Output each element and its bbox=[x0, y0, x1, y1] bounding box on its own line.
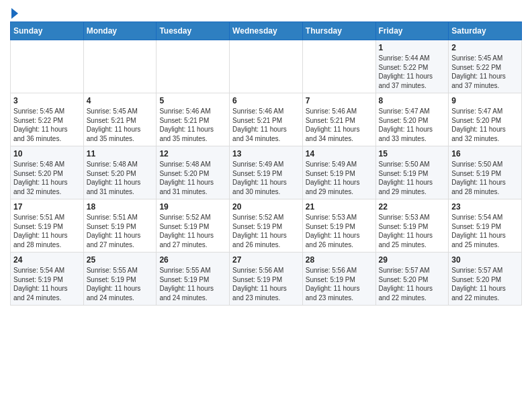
weekday-header-wednesday: Wednesday bbox=[230, 22, 303, 40]
day-number: 11 bbox=[87, 149, 154, 158]
calendar-day-cell: 11Sunrise: 5:48 AMSunset: 5:20 PMDayligh… bbox=[83, 146, 157, 199]
calendar-day-cell: 17Sunrise: 5:51 AMSunset: 5:19 PMDayligh… bbox=[11, 199, 84, 253]
day-number: 28 bbox=[306, 255, 373, 265]
day-info: Sunrise: 5:48 AMSunset: 5:20 PMDaylight:… bbox=[159, 160, 226, 196]
day-number: 22 bbox=[379, 202, 446, 212]
day-number: 27 bbox=[232, 255, 300, 265]
day-number: 18 bbox=[87, 202, 154, 212]
day-number: 24 bbox=[13, 255, 81, 265]
calendar-day-cell: 27Sunrise: 5:56 AMSunset: 5:19 PMDayligh… bbox=[230, 253, 303, 306]
day-number: 3 bbox=[13, 96, 81, 105]
calendar-week-row: 3Sunrise: 5:45 AMSunset: 5:22 PMDaylight… bbox=[11, 93, 522, 146]
day-number: 16 bbox=[451, 149, 519, 158]
weekday-header-tuesday: Tuesday bbox=[157, 22, 230, 40]
calendar-day-cell: 28Sunrise: 5:56 AMSunset: 5:19 PMDayligh… bbox=[302, 253, 375, 306]
calendar-day-cell bbox=[11, 40, 84, 93]
day-info: Sunrise: 5:46 AMSunset: 5:21 PMDaylight:… bbox=[232, 107, 300, 143]
day-number: 5 bbox=[159, 96, 226, 105]
day-info: Sunrise: 5:56 AMSunset: 5:19 PMDaylight:… bbox=[306, 266, 373, 302]
calendar-day-cell: 23Sunrise: 5:54 AMSunset: 5:19 PMDayligh… bbox=[449, 199, 522, 253]
day-info: Sunrise: 5:55 AMSunset: 5:19 PMDaylight:… bbox=[87, 266, 154, 302]
day-number: 7 bbox=[306, 96, 373, 105]
calendar-day-cell: 22Sunrise: 5:53 AMSunset: 5:19 PMDayligh… bbox=[375, 199, 449, 253]
calendar-day-cell bbox=[83, 40, 157, 93]
calendar-day-cell bbox=[302, 40, 375, 93]
calendar-day-cell: 21Sunrise: 5:53 AMSunset: 5:19 PMDayligh… bbox=[302, 199, 375, 253]
day-info: Sunrise: 5:45 AMSunset: 5:21 PMDaylight:… bbox=[87, 107, 154, 143]
day-number: 12 bbox=[159, 149, 226, 158]
day-info: Sunrise: 5:49 AMSunset: 5:19 PMDaylight:… bbox=[306, 160, 373, 196]
logo-arrow-icon bbox=[11, 8, 18, 19]
day-number: 4 bbox=[87, 96, 154, 105]
calendar-day-cell: 20Sunrise: 5:52 AMSunset: 5:19 PMDayligh… bbox=[230, 199, 303, 253]
calendar-day-cell: 24Sunrise: 5:54 AMSunset: 5:19 PMDayligh… bbox=[11, 253, 84, 306]
day-info: Sunrise: 5:57 AMSunset: 5:20 PMDaylight:… bbox=[451, 266, 519, 302]
calendar-day-cell bbox=[157, 40, 230, 93]
calendar-day-cell: 15Sunrise: 5:50 AMSunset: 5:19 PMDayligh… bbox=[375, 146, 449, 199]
calendar-day-cell bbox=[230, 40, 303, 93]
calendar-day-cell: 30Sunrise: 5:57 AMSunset: 5:20 PMDayligh… bbox=[449, 253, 522, 306]
day-number: 26 bbox=[159, 255, 226, 265]
day-number: 14 bbox=[306, 149, 373, 158]
calendar-day-cell: 12Sunrise: 5:48 AMSunset: 5:20 PMDayligh… bbox=[157, 146, 230, 199]
calendar-day-cell: 7Sunrise: 5:46 AMSunset: 5:21 PMDaylight… bbox=[302, 93, 375, 146]
day-info: Sunrise: 5:56 AMSunset: 5:19 PMDaylight:… bbox=[232, 266, 300, 302]
calendar-day-cell: 1Sunrise: 5:44 AMSunset: 5:22 PMDaylight… bbox=[375, 40, 449, 93]
day-number: 15 bbox=[379, 149, 446, 158]
day-number: 2 bbox=[451, 43, 519, 52]
calendar-day-cell: 8Sunrise: 5:47 AMSunset: 5:20 PMDaylight… bbox=[375, 93, 449, 146]
day-info: Sunrise: 5:52 AMSunset: 5:19 PMDaylight:… bbox=[232, 213, 300, 249]
weekday-header-sunday: Sunday bbox=[11, 22, 84, 40]
calendar-day-cell: 29Sunrise: 5:57 AMSunset: 5:20 PMDayligh… bbox=[375, 253, 449, 306]
day-number: 8 bbox=[379, 96, 446, 105]
calendar-day-cell: 14Sunrise: 5:49 AMSunset: 5:19 PMDayligh… bbox=[302, 146, 375, 199]
day-info: Sunrise: 5:46 AMSunset: 5:21 PMDaylight:… bbox=[306, 107, 373, 143]
calendar-day-cell: 26Sunrise: 5:55 AMSunset: 5:19 PMDayligh… bbox=[157, 253, 230, 306]
day-info: Sunrise: 5:48 AMSunset: 5:20 PMDaylight:… bbox=[13, 160, 81, 196]
calendar-day-cell: 18Sunrise: 5:51 AMSunset: 5:19 PMDayligh… bbox=[83, 199, 157, 253]
day-number: 17 bbox=[13, 202, 81, 212]
day-info: Sunrise: 5:46 AMSunset: 5:21 PMDaylight:… bbox=[159, 107, 226, 143]
day-info: Sunrise: 5:50 AMSunset: 5:19 PMDaylight:… bbox=[451, 160, 519, 196]
day-number: 19 bbox=[159, 202, 226, 212]
calendar-day-cell: 6Sunrise: 5:46 AMSunset: 5:21 PMDaylight… bbox=[230, 93, 303, 146]
day-number: 23 bbox=[451, 202, 519, 212]
day-info: Sunrise: 5:44 AMSunset: 5:22 PMDaylight:… bbox=[379, 54, 446, 90]
day-info: Sunrise: 5:49 AMSunset: 5:19 PMDaylight:… bbox=[232, 160, 300, 196]
day-info: Sunrise: 5:57 AMSunset: 5:20 PMDaylight:… bbox=[379, 266, 446, 302]
day-number: 6 bbox=[232, 96, 300, 105]
day-number: 13 bbox=[232, 149, 300, 158]
weekday-header-row: SundayMondayTuesdayWednesdayThursdayFrid… bbox=[11, 22, 522, 40]
day-info: Sunrise: 5:53 AMSunset: 5:19 PMDaylight:… bbox=[379, 213, 446, 249]
calendar-day-cell: 25Sunrise: 5:55 AMSunset: 5:19 PMDayligh… bbox=[83, 253, 157, 306]
day-info: Sunrise: 5:47 AMSunset: 5:20 PMDaylight:… bbox=[451, 107, 519, 143]
page-header bbox=[10, 7, 522, 17]
calendar-day-cell: 9Sunrise: 5:47 AMSunset: 5:20 PMDaylight… bbox=[449, 93, 522, 146]
calendar-day-cell: 5Sunrise: 5:46 AMSunset: 5:21 PMDaylight… bbox=[157, 93, 230, 146]
logo bbox=[10, 7, 18, 17]
calendar-day-cell: 19Sunrise: 5:52 AMSunset: 5:19 PMDayligh… bbox=[157, 199, 230, 253]
day-info: Sunrise: 5:51 AMSunset: 5:19 PMDaylight:… bbox=[13, 213, 81, 249]
day-number: 9 bbox=[451, 96, 519, 105]
day-info: Sunrise: 5:51 AMSunset: 5:19 PMDaylight:… bbox=[87, 213, 154, 249]
day-number: 30 bbox=[451, 255, 519, 265]
calendar-week-row: 17Sunrise: 5:51 AMSunset: 5:19 PMDayligh… bbox=[11, 199, 522, 253]
calendar-day-cell: 2Sunrise: 5:45 AMSunset: 5:22 PMDaylight… bbox=[449, 40, 522, 93]
day-number: 10 bbox=[13, 149, 81, 158]
calendar-week-row: 10Sunrise: 5:48 AMSunset: 5:20 PMDayligh… bbox=[11, 146, 522, 199]
weekday-header-friday: Friday bbox=[375, 22, 449, 40]
calendar-day-cell: 13Sunrise: 5:49 AMSunset: 5:19 PMDayligh… bbox=[230, 146, 303, 199]
day-info: Sunrise: 5:45 AMSunset: 5:22 PMDaylight:… bbox=[13, 107, 81, 143]
calendar-day-cell: 16Sunrise: 5:50 AMSunset: 5:19 PMDayligh… bbox=[449, 146, 522, 199]
weekday-header-saturday: Saturday bbox=[449, 22, 522, 40]
day-number: 29 bbox=[379, 255, 446, 265]
weekday-header-monday: Monday bbox=[83, 22, 157, 40]
day-info: Sunrise: 5:54 AMSunset: 5:19 PMDaylight:… bbox=[451, 213, 519, 249]
day-info: Sunrise: 5:55 AMSunset: 5:19 PMDaylight:… bbox=[159, 266, 226, 302]
day-number: 1 bbox=[379, 43, 446, 52]
day-number: 25 bbox=[87, 255, 154, 265]
day-info: Sunrise: 5:54 AMSunset: 5:19 PMDaylight:… bbox=[13, 266, 81, 302]
calendar-week-row: 24Sunrise: 5:54 AMSunset: 5:19 PMDayligh… bbox=[11, 253, 522, 306]
calendar-day-cell: 3Sunrise: 5:45 AMSunset: 5:22 PMDaylight… bbox=[11, 93, 84, 146]
calendar-day-cell: 10Sunrise: 5:48 AMSunset: 5:20 PMDayligh… bbox=[11, 146, 84, 199]
